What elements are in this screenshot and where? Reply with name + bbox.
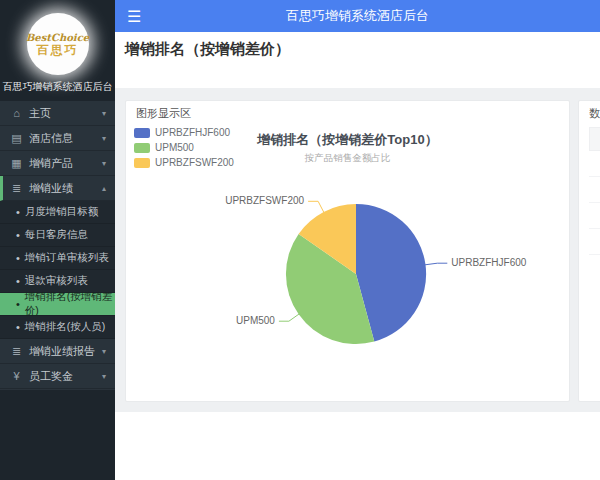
chevron-down-icon: ▾ (102, 372, 106, 381)
sidebar: BestChoice 百思巧 百思巧增销系统酒店后台 ⌂ 主页 ▾ ▤ 酒店信息… (0, 0, 115, 480)
sidebar-item-label: 增销业绩 (29, 181, 73, 196)
sidebar-item-label: 酒店信息 (29, 131, 73, 146)
sidebar-item-home[interactable]: ⌂ 主页 ▾ (0, 101, 115, 126)
legend-swatch-blue (134, 128, 150, 138)
home-icon: ⌂ (9, 107, 24, 119)
performance-icon: ≣ (9, 182, 24, 195)
legend-item[interactable]: UPM500 (134, 140, 234, 155)
chart-panel: 图形显示区 UPRBZFHJF600 UPM500 UPRBZFSWF200 增… (125, 100, 570, 402)
hotel-icon: ▤ (9, 132, 24, 145)
legend-swatch-yellow (134, 158, 150, 168)
submenu-item-ranking-by-person[interactable]: • 增销排名(按人员) (0, 316, 115, 339)
brand-title: 百思巧增销系统酒店后台 (2, 80, 113, 94)
hamburger-menu-icon[interactable]: ☰ (127, 7, 141, 26)
legend-label: UPRBZFSWF200 (155, 157, 234, 168)
data-table-skeleton (589, 127, 600, 255)
logo-cn-text: 百思巧 (37, 43, 79, 57)
pie-leader-line (308, 201, 324, 213)
chevron-down-icon: ▾ (102, 134, 106, 143)
bonus-icon: ¥ (9, 370, 24, 382)
legend-item[interactable]: UPRBZFHJF600 (134, 125, 234, 140)
sidebar-menu: ⌂ 主页 ▾ ▤ 酒店信息 ▾ ▦ 增销产品 ▾ ≣ 增销业绩 ▴ • 月度增销… (0, 101, 115, 390)
submenu-item-label: 增销排名(按增销差价) (25, 290, 115, 318)
page-head: 增销排名（按增销差价） 综合检索： 饼状图 ▾ 搜索 (115, 32, 600, 88)
sidebar-item-label: 增销产品 (29, 156, 73, 171)
bullet-icon: • (16, 206, 20, 218)
pie-slice-label: UPM500 (236, 315, 275, 326)
submenu-item-label: 增销排名(按人员) (25, 320, 106, 334)
sidebar-item-upsell-products[interactable]: ▦ 增销产品 ▾ (0, 151, 115, 176)
table-row (589, 151, 600, 177)
report-icon: ≣ (9, 345, 24, 358)
sidebar-item-staff-bonus[interactable]: ¥ 员工奖金 ▾ (0, 364, 115, 389)
bullet-icon: • (16, 252, 20, 264)
logo-script-text: BestChoice (26, 32, 89, 43)
submenu-item-label: 增销订单审核列表 (25, 251, 109, 265)
sidebar-item-hotel-info[interactable]: ▤ 酒店信息 ▾ (0, 126, 115, 151)
legend-label: UPRBZFHJF600 (155, 127, 230, 138)
submenu-item-daily-room-info[interactable]: • 每日客房信息 (0, 224, 115, 247)
bullet-icon: • (16, 298, 20, 310)
data-panel-title: 数据显示区 (579, 101, 600, 123)
legend-item[interactable]: UPRBZFSWF200 (134, 155, 234, 170)
bullet-icon: • (16, 229, 20, 241)
content-area: 图形显示区 UPRBZFHJF600 UPM500 UPRBZFSWF200 增… (115, 88, 600, 412)
sidebar-item-performance-report[interactable]: ≣ 增销业绩报告 ▾ (0, 339, 115, 364)
chart-panel-title: 图形显示区 (126, 101, 569, 123)
legend-label: UPM500 (155, 142, 194, 153)
chevron-down-icon: ▾ (102, 109, 106, 118)
chevron-down-icon: ▾ (102, 159, 106, 168)
product-icon: ▦ (9, 157, 24, 170)
table-row (589, 203, 600, 229)
topbar: ☰ 百思巧增销系统酒店后台 (115, 0, 600, 32)
sidebar-item-label: 员工奖金 (29, 369, 73, 384)
submenu-item-label: 退款审核列表 (25, 274, 88, 288)
bullet-icon: • (16, 321, 20, 333)
chart-legend: UPRBZFHJF600 UPM500 UPRBZFSWF200 (134, 125, 234, 170)
submenu-item-ranking-by-price-diff[interactable]: • 增销排名(按增销差价) (0, 293, 115, 316)
legend-swatch-green (134, 143, 150, 153)
brand-logo: BestChoice 百思巧 (27, 13, 89, 75)
topbar-title: 百思巧增销系统酒店后台 (115, 7, 600, 25)
data-table-header (589, 127, 600, 151)
pie-slice-label: UPRBZFSWF200 (225, 195, 304, 206)
bullet-icon: • (16, 275, 20, 287)
submenu-item-monthly-target[interactable]: • 月度增销目标额 (0, 201, 115, 224)
sidebar-item-upsell-performance[interactable]: ≣ 增销业绩 ▴ (0, 176, 115, 201)
table-row (589, 229, 600, 255)
submenu-item-label: 月度增销目标额 (25, 205, 99, 219)
chevron-down-icon: ▾ (102, 347, 106, 356)
sidebar-item-label: 主页 (29, 106, 51, 121)
pie-leader-line (424, 263, 447, 265)
sidebar-submenu: • 月度增销目标额 • 每日客房信息 • 增销订单审核列表 • 退款审核列表 •… (0, 201, 115, 339)
chevron-up-icon: ▴ (102, 184, 106, 193)
pie-slice-label: UPRBZFHJF600 (451, 257, 526, 268)
page-title: 增销排名（按增销差价） (115, 32, 600, 59)
submenu-item-label: 每日客房信息 (25, 228, 88, 242)
data-panel: 数据显示区 (578, 100, 600, 402)
submenu-item-order-review-list[interactable]: • 增销订单审核列表 (0, 247, 115, 270)
table-row (589, 177, 600, 203)
sidebar-divider (0, 389, 115, 390)
sidebar-item-label: 增销业绩报告 (29, 344, 95, 359)
pie-leader-line (279, 314, 300, 322)
pie-chart-container: UPRBZFHJF600 UPM500 UPRBZFSWF200 增销排名（按增… (126, 123, 569, 399)
